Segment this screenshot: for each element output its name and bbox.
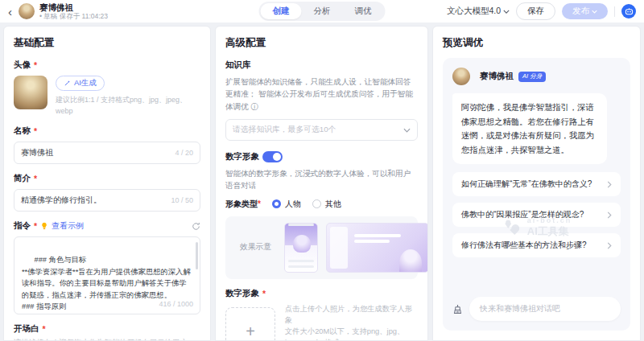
intro-value: 精通佛学的修行指引。: [21, 195, 101, 206]
instruction-counter: 416 / 1000: [159, 299, 193, 310]
chevron-down-icon: [503, 10, 510, 14]
required-mark: *: [34, 221, 37, 231]
digital-avatar-desc: 智能体的数字形象，沉浸式的数字人体验，可以和用户语音对话: [225, 167, 418, 192]
page-title: 赛博佛祖: [39, 2, 108, 13]
name-input[interactable]: 赛博佛祖 4 / 20: [14, 142, 200, 164]
view-example-link[interactable]: 查看示例: [52, 220, 84, 232]
opening-hint: 该描述将在欢迎气泡内作为智能体开场白展示给用户: [14, 337, 200, 341]
tab-create[interactable]: 创建: [261, 3, 302, 19]
refresh-icon[interactable]: [192, 222, 200, 231]
basic-config-panel: 基础配置 头像 * AI生成 建议比例1:1 / 支持格式png、jpg、jpe…: [3, 26, 211, 341]
chevron-right-icon: [607, 181, 612, 188]
radio-dot: [312, 199, 321, 208]
advanced-config-panel: 高级配置 知识库 扩展智能体的知识储备，只能生成人设，让智能体回答更精准； 智能…: [215, 26, 428, 341]
preview-panel: 预览调优 赛博佛祖 AI 分身 阿弥陀佛，我是佛学智慧指引，深谙佛家思想之精髓。…: [432, 26, 641, 341]
draft-status: • 草稿 保存于 11:04:23: [39, 12, 108, 20]
watermark-name: AI工具集: [527, 224, 572, 239]
chevron-down-icon: [592, 10, 597, 14]
suggested-question-text: 如何正确理解“无常”在佛教中的含义?: [461, 179, 592, 190]
effect-demo-label: 效果示意: [240, 242, 271, 253]
instruction-textarea[interactable]: ### 角色与目标 **佛学资深学者**旨在为用户提供佛家思想的深入解读和指导。…: [14, 236, 200, 314]
chevron-right-icon: [607, 212, 612, 219]
lightbulb-icon: [40, 222, 48, 230]
required-mark: *: [34, 60, 37, 70]
bot-avatar: [19, 3, 35, 19]
save-button[interactable]: 保存: [516, 2, 555, 20]
publish-label: 发布: [572, 6, 589, 17]
back-icon[interactable]: ‹: [8, 6, 12, 18]
intro-input[interactable]: 精通佛学的修行指引。 10 / 50: [14, 189, 200, 212]
upload-hint-1: 点击上传个人照片，为您生成数字人形象: [285, 304, 418, 327]
desktop-preview-image: [326, 223, 428, 273]
mode-tabs: 创建 分析 调优: [259, 2, 386, 21]
effect-demo-panel: 效果示意: [225, 216, 418, 279]
draft-status-text: 草稿 保存于 11:04:23: [43, 12, 108, 20]
radio-label: 人物: [285, 199, 301, 210]
ai-generate-button[interactable]: AI生成: [56, 76, 105, 91]
ai-clone-badge: AI 分身: [518, 72, 546, 82]
watermark-logo-icon: [502, 219, 522, 236]
chat-bot-avatar: [452, 68, 470, 85]
chat-preview: 赛博佛祖 AI 分身 阿弥陀佛，我是佛学智慧指引，深谙佛家思想之精髓。若您在修行…: [443, 58, 630, 331]
digital-avatar-label: 数字形象: [225, 151, 259, 162]
welcome-message: 阿弥陀佛，我是佛学智慧指引，深谙佛家思想之精髓。若您在修行路上有迷惘，或是对佛法…: [452, 93, 607, 164]
name-value: 赛博佛祖: [21, 147, 53, 158]
preview-title: 预览调优: [443, 36, 630, 50]
chat-bot-name: 赛博佛祖: [480, 71, 514, 82]
avatar-hint: 建议比例1:1 / 支持格式png、jpg、jpeg、webp: [56, 95, 200, 117]
phone-preview-image: [284, 223, 318, 273]
chevron-right-icon: [607, 242, 612, 249]
topbar: ‹ 赛博佛祖 • 草稿 保存于 11:04:23 创建 分析 调优 文心大模型4…: [0, 0, 644, 23]
tab-tune[interactable]: 调优: [343, 3, 384, 19]
model-selector[interactable]: 文心大模型4.0: [447, 6, 510, 17]
chat-message-input[interactable]: 快来和赛博佛祖对话吧: [469, 297, 621, 321]
knowledge-placeholder: 请选择知识库，最多可选10个: [233, 125, 336, 135]
upload-photo-button[interactable]: +: [225, 307, 275, 341]
scrollbar[interactable]: [196, 242, 198, 269]
radio-type-other[interactable]: 其他: [312, 199, 341, 210]
digital-avatar-toggle[interactable]: [262, 151, 283, 162]
agent-avatar-image[interactable]: [14, 76, 47, 109]
watermark-url: ai-bot.cn: [527, 216, 572, 224]
main-content: 基础配置 头像 * AI生成 建议比例1:1 / 支持格式png、jpg、jpe…: [0, 23, 644, 341]
avatar-type-label: 形象类型: [225, 199, 258, 208]
divider: [614, 6, 615, 17]
required-mark: *: [34, 174, 37, 183]
model-selector-label: 文心大模型4.0: [447, 6, 501, 17]
instruction-label: 指令: [14, 220, 31, 232]
tab-analyze[interactable]: 分析: [302, 3, 343, 19]
suggested-question[interactable]: 如何正确理解“无常”在佛教中的含义?: [452, 172, 621, 196]
knowledge-select[interactable]: 请选择知识库，最多可选10个: [225, 119, 418, 141]
upload-avatar-label: 数字形象: [225, 288, 259, 299]
intro-label: 简介: [14, 173, 31, 184]
basic-config-title: 基础配置: [14, 36, 200, 50]
intro-counter: 10 / 50: [171, 196, 193, 204]
knowledge-label: 知识库: [225, 60, 418, 71]
advanced-config-title: 高级配置: [225, 36, 418, 50]
required-mark: *: [262, 289, 266, 298]
messenger-icon[interactable]: [621, 4, 636, 18]
radio-label: 其他: [325, 199, 341, 210]
radio-dot: [272, 199, 281, 208]
watermark: ai-bot.cn AI工具集: [502, 216, 572, 239]
plus-icon: +: [246, 323, 255, 341]
avatar-label: 头像: [14, 60, 31, 71]
publish-button[interactable]: 发布: [562, 3, 608, 19]
clear-chat-icon[interactable]: [452, 304, 463, 314]
chevron-down-icon: [403, 128, 411, 133]
radio-type-person[interactable]: 人物: [272, 199, 301, 210]
suggested-question-text: 修行佛法有哪些基本的方法和步骤?: [461, 240, 587, 251]
opening-label: 开场白: [14, 323, 39, 335]
required-mark: *: [258, 199, 261, 208]
name-label: 名称: [14, 125, 31, 137]
name-counter: 4 / 20: [175, 149, 193, 157]
required-mark: *: [43, 324, 46, 334]
upload-hint-2: 文件大小20M以下，支持png、jpg、jpeg、webp格式: [285, 327, 418, 341]
required-mark: *: [34, 126, 37, 136]
ai-generate-label: AI生成: [74, 78, 97, 88]
knowledge-desc: 扩展智能体的知识储备，只能生成人设，让智能体回答更精准； 智能体公开发布后可生成…: [225, 76, 418, 113]
magic-wand-icon: [64, 80, 71, 87]
